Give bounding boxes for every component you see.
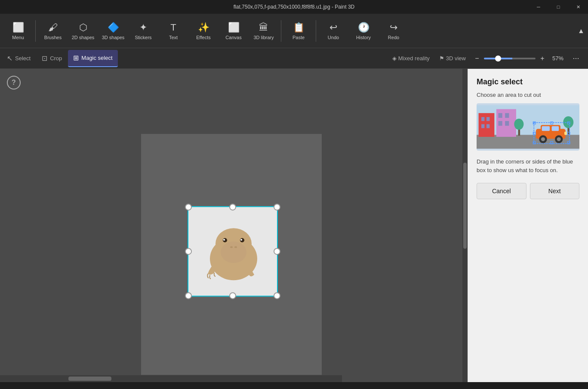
- panel-actions: Cancel Next: [468, 183, 588, 199]
- effects-label: Effects: [196, 35, 210, 40]
- svg-rect-30: [552, 126, 559, 131]
- horizontal-scrollbar-thumb[interactable]: [68, 377, 111, 381]
- view-3d-button[interactable]: ⚑ 3D view: [436, 53, 469, 63]
- svg-rect-22: [505, 121, 509, 126]
- menu-icon: ⬜: [12, 22, 24, 33]
- svg-point-7: [240, 239, 242, 241]
- library3d-button[interactable]: 🏛 3D library: [249, 16, 278, 46]
- toolbar-divider-2: [281, 20, 281, 42]
- collapse-button[interactable]: ▲: [576, 26, 586, 36]
- shapes2d-icon: ⬡: [79, 22, 87, 33]
- effects-icon: ✨: [198, 22, 209, 33]
- close-button[interactable]: ✕: [568, 0, 588, 14]
- panel-subtitle: Choose an area to cut out: [468, 92, 588, 103]
- svg-rect-35: [564, 132, 567, 135]
- titlebar-title: flat,750x,075,f-pad,750x1000,f8f8f8.u1.j…: [234, 4, 355, 10]
- paste-button[interactable]: 📋 Paste: [284, 16, 313, 46]
- toolbar-divider-3: [316, 20, 316, 42]
- handle-top-mid[interactable]: [229, 204, 236, 210]
- panel-title: Magic select: [468, 69, 588, 92]
- text-button[interactable]: T Text: [159, 16, 188, 46]
- maximize-button[interactable]: □: [548, 0, 568, 14]
- undo-button[interactable]: ↩ Undo: [319, 16, 348, 46]
- select-tool[interactable]: ↖ Select: [2, 50, 36, 67]
- cancel-button[interactable]: Cancel: [477, 183, 526, 199]
- selection-box[interactable]: [188, 206, 278, 296]
- crop-tool[interactable]: ⊡ Crop: [37, 50, 67, 67]
- svg-rect-21: [499, 121, 502, 126]
- handle-top-right[interactable]: [274, 204, 280, 210]
- brushes-button[interactable]: 🖌 Brushes: [38, 16, 68, 46]
- vertical-scrollbar[interactable]: [462, 69, 468, 382]
- main-toolbar: ⬜ Menu 🖌 Brushes ⬡ 2D shapes 🔷 3D shapes…: [0, 14, 588, 48]
- svg-rect-14: [481, 117, 484, 121]
- svg-rect-13: [479, 113, 495, 137]
- handle-mid-left[interactable]: [185, 248, 192, 255]
- paste-label: Paste: [292, 35, 305, 40]
- svg-point-24: [514, 119, 523, 130]
- zoom-in-button[interactable]: +: [537, 53, 548, 64]
- redo-icon: ↪: [390, 22, 397, 33]
- canvas-area: ?: [0, 69, 462, 382]
- handle-top-left[interactable]: [185, 204, 192, 210]
- history-button[interactable]: 🕐 History: [349, 16, 378, 46]
- effects-button[interactable]: ✨ Effects: [189, 16, 218, 46]
- svg-rect-29: [542, 126, 550, 131]
- next-button[interactable]: Next: [530, 183, 580, 199]
- help-button[interactable]: ?: [7, 76, 21, 90]
- more-options-button[interactable]: ···: [569, 52, 583, 65]
- toolbar-divider-1: [35, 20, 36, 42]
- brushes-label: Brushes: [44, 35, 62, 40]
- magic-select-label: Magic select: [81, 55, 112, 61]
- view-3d-icon: ⚑: [439, 55, 444, 62]
- shapes3d-label: 3D shapes: [102, 35, 125, 40]
- main-area: ?: [0, 69, 588, 382]
- stickers-button[interactable]: ✦ Stickers: [129, 16, 158, 46]
- handle-bot-mid[interactable]: [229, 292, 236, 299]
- canvas-label: Canvas: [225, 35, 241, 40]
- panel-preview: [477, 103, 579, 151]
- handle-bot-left[interactable]: [185, 292, 192, 299]
- right-panel: Magic select Choose an area to cut out: [468, 69, 588, 382]
- panel-description: Drag in the corners or sides of the blue…: [468, 157, 588, 183]
- handle-bot-right[interactable]: [274, 292, 280, 299]
- svg-rect-16: [481, 124, 484, 128]
- svg-rect-15: [486, 117, 489, 121]
- frog-svg: [199, 218, 268, 287]
- redo-label: Redo: [388, 35, 399, 40]
- svg-point-34: [557, 137, 561, 141]
- view-3d-label: 3D view: [446, 55, 466, 62]
- select-label: Select: [15, 55, 31, 62]
- redo-button[interactable]: ↪ Redo: [379, 16, 408, 46]
- titlebar-controls: ─ □ ✕: [529, 0, 588, 14]
- toolbar-collapse: ▲: [576, 14, 588, 48]
- svg-point-4: [223, 239, 225, 241]
- handle-mid-right[interactable]: [274, 248, 280, 255]
- menu-label: Menu: [12, 35, 24, 40]
- svg-rect-19: [499, 113, 502, 118]
- select-icon: ↖: [7, 54, 12, 62]
- text-label: Text: [169, 35, 178, 40]
- magic-select-tool[interactable]: ⊞ Magic select: [68, 50, 117, 67]
- shapes2d-button[interactable]: ⬡ 2D shapes: [68, 16, 98, 46]
- shapes3d-button[interactable]: 🔷 3D shapes: [99, 16, 128, 46]
- minimize-button[interactable]: ─: [529, 0, 548, 14]
- view-controls: ◈ Mixed reality ⚑ 3D view − + 57% ···: [385, 52, 586, 65]
- history-icon: 🕐: [358, 22, 369, 33]
- mixed-reality-button[interactable]: ◈ Mixed reality: [389, 53, 433, 63]
- frog-image: [197, 216, 270, 289]
- canvas-icon: ⬜: [228, 22, 240, 33]
- stickers-label: Stickers: [135, 35, 151, 40]
- horizontal-scrollbar[interactable]: [0, 375, 342, 382]
- shapes2d-label: 2D shapes: [72, 35, 95, 40]
- undo-label: Undo: [328, 35, 339, 40]
- zoom-percent: 57%: [549, 55, 566, 62]
- menu-button[interactable]: ⬜ Menu: [3, 16, 33, 46]
- mixed-reality-label: Mixed reality: [398, 55, 430, 62]
- zoom-out-button[interactable]: −: [472, 53, 482, 64]
- mixed-reality-icon: ◈: [392, 55, 397, 62]
- vertical-scrollbar-thumb[interactable]: [463, 163, 467, 249]
- history-label: History: [356, 35, 371, 40]
- zoom-slider[interactable]: [484, 58, 536, 59]
- canvas-button[interactable]: ⬜ Canvas: [219, 16, 248, 46]
